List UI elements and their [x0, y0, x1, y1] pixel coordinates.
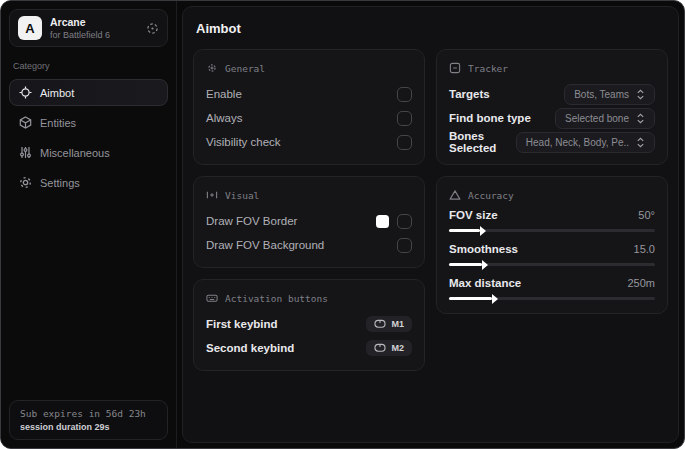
draw-fov-border-checkbox[interactable]	[397, 214, 412, 229]
enable-checkbox[interactable]	[397, 87, 412, 102]
app-logo: A	[18, 16, 42, 40]
enable-row: Enable	[206, 82, 412, 106]
scan-box-icon	[449, 62, 461, 74]
max-distance-label: Max distance	[449, 277, 521, 289]
fov-size-value: 50°	[638, 209, 655, 221]
first-keybind-label: First keybind	[206, 318, 278, 330]
session-duration: session duration 29s	[20, 422, 157, 432]
bones-selected-value: Head, Neck, Body, Pe..	[526, 137, 629, 148]
fov-border-color-swatch[interactable]	[376, 215, 389, 228]
first-keybind-value: M1	[391, 319, 404, 329]
bones-selected-select[interactable]: Head, Neck, Body, Pe..	[516, 132, 655, 153]
sidebar-item-miscellaneous[interactable]: Miscellaneous	[9, 139, 168, 166]
smoothness-label: Smoothness	[449, 243, 518, 255]
draw-fov-background-row: Draw FOV Background	[206, 233, 412, 257]
subscription-card: Sub expires in 56d 23h session duration …	[9, 400, 168, 440]
smoothness-row: Smoothness 15.0	[449, 243, 655, 266]
draw-fov-background-label: Draw FOV Background	[206, 239, 324, 251]
always-checkbox[interactable]	[397, 111, 412, 126]
left-column: General Enable Always Visibility check	[193, 49, 425, 371]
unfold-icon	[636, 137, 645, 148]
subscription-expiry: Sub expires in 56d 23h	[20, 408, 157, 419]
targets-select[interactable]: Bots, Teams	[564, 84, 655, 105]
app-title-block: Arcane for Battlefield 6	[50, 16, 110, 40]
sidebar-nav: Aimbot Entities Miscella	[9, 79, 168, 196]
find-bone-type-row: Find bone type Selected bone	[449, 106, 655, 130]
draw-fov-background-checkbox[interactable]	[397, 238, 412, 253]
sidebar-item-label: Entities	[40, 117, 76, 129]
second-keybind-label: Second keybind	[206, 342, 294, 354]
enable-label: Enable	[206, 88, 242, 100]
visual-title: Visual	[225, 190, 259, 201]
targets-label: Targets	[449, 88, 490, 100]
draw-fov-border-label: Draw FOV Border	[206, 215, 297, 227]
scan-crosshair-icon	[206, 62, 218, 74]
sidebar: A Arcane for Battlefield 6 Category	[1, 1, 177, 448]
content-panel: Aimbot General	[182, 6, 679, 443]
cards-grid: General Enable Always Visibility check	[193, 49, 668, 371]
fov-size-top: FOV size 50°	[449, 209, 655, 221]
find-bone-type-value: Selected bone	[565, 113, 629, 124]
unfold-icon	[636, 113, 645, 124]
sidebar-spacer	[9, 196, 168, 400]
tracker-header: Tracker	[449, 62, 655, 74]
first-keybind-row: First keybind M1	[206, 312, 412, 336]
visual-card: Visual Draw FOV Border Draw FOV Backgrou…	[193, 176, 425, 268]
activation-header: Activation buttons	[206, 292, 412, 304]
unfold-icon	[636, 89, 645, 100]
bones-selected-row: Bones Selected Head, Neck, Body, Pe..	[449, 130, 655, 154]
mouse-icon	[374, 319, 386, 329]
max-distance-slider[interactable]	[449, 297, 655, 300]
keyboard-icon	[206, 292, 218, 304]
first-keybind-button[interactable]: M1	[366, 316, 412, 332]
fov-size-row: FOV size 50°	[449, 209, 655, 232]
second-keybind-button[interactable]: M2	[366, 340, 412, 356]
targets-row: Targets Bots, Teams	[449, 82, 655, 106]
sidebar-item-entities[interactable]: Entities	[9, 109, 168, 136]
sidebar-item-label: Settings	[40, 177, 80, 189]
max-distance-slider-fill[interactable]	[449, 297, 492, 300]
bones-selected-label: Bones Selected	[449, 130, 516, 154]
mouse-icon	[374, 343, 386, 353]
smoothness-slider[interactable]	[449, 263, 655, 266]
second-keybind-row: Second keybind M2	[206, 336, 412, 360]
find-bone-type-select[interactable]: Selected bone	[555, 108, 655, 129]
max-distance-value: 250m	[627, 277, 655, 289]
mixer-icon	[19, 146, 32, 159]
triangle-icon	[449, 189, 461, 201]
tracker-title: Tracker	[468, 63, 508, 74]
targets-value: Bots, Teams	[574, 89, 629, 100]
general-title: General	[225, 63, 265, 74]
gear-icon	[19, 176, 32, 189]
sidebar-item-aimbot[interactable]: Aimbot	[9, 79, 168, 106]
main-area: Aimbot General	[177, 1, 684, 448]
activation-title: Activation buttons	[225, 293, 328, 304]
sidebar-item-settings[interactable]: Settings	[9, 169, 168, 196]
refresh-icon[interactable]	[146, 22, 159, 35]
fov-size-slider[interactable]	[449, 229, 655, 232]
app-subtitle: for Battlefield 6	[50, 30, 110, 40]
general-header: General	[206, 62, 412, 74]
app-name: Arcane	[50, 16, 110, 28]
draw-fov-border-row: Draw FOV Border	[206, 209, 412, 233]
accuracy-title: Accuracy	[468, 190, 514, 201]
frame-plus-icon	[206, 189, 218, 201]
draw-fov-border-controls	[376, 214, 412, 229]
fov-size-label: FOV size	[449, 209, 498, 221]
smoothness-slider-fill[interactable]	[449, 263, 482, 266]
tracker-card: Tracker Targets Bots, Teams	[436, 49, 668, 165]
max-distance-top: Max distance 250m	[449, 277, 655, 289]
always-label: Always	[206, 112, 242, 124]
find-bone-type-label: Find bone type	[449, 112, 531, 124]
second-keybind-value: M2	[391, 343, 404, 353]
visibility-check-label: Visibility check	[206, 136, 281, 148]
sidebar-item-label: Miscellaneous	[40, 147, 110, 159]
app-window: A Arcane for Battlefield 6 Category	[0, 0, 685, 449]
cube-icon	[19, 116, 32, 129]
smoothness-value: 15.0	[634, 243, 655, 255]
visibility-check-checkbox[interactable]	[397, 135, 412, 150]
activation-card: Activation buttons First keybind M1	[193, 279, 425, 371]
accuracy-card: Accuracy FOV size 50°	[436, 176, 668, 314]
fov-size-slider-fill[interactable]	[449, 229, 480, 232]
category-label: Category	[13, 61, 164, 71]
